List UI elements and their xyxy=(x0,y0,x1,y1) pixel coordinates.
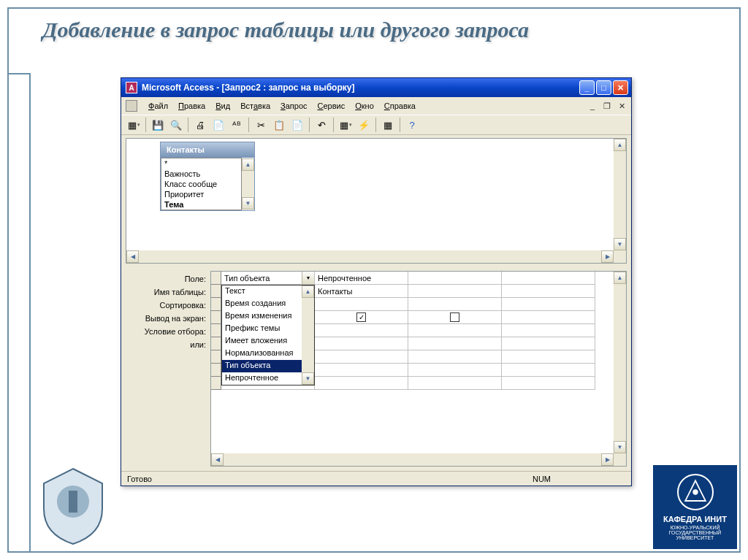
run-button[interactable]: ⚡ xyxy=(356,117,372,133)
dropdown-scrollbar[interactable]: ▲ ▼ xyxy=(302,285,314,385)
scroll-down-icon[interactable]: ▼ xyxy=(302,372,314,385)
table-field[interactable]: Важность xyxy=(161,169,241,179)
qbe-sort-cell[interactable] xyxy=(502,298,595,311)
qbe-cell[interactable] xyxy=(408,377,502,390)
scroll-up-icon[interactable]: ▲ xyxy=(242,158,254,171)
qbe-rowhead[interactable] xyxy=(211,324,221,337)
qbe-criteria-cell[interactable] xyxy=(315,324,408,337)
qbe-cell[interactable] xyxy=(315,364,408,377)
dropdown-item[interactable]: Непрочтенное xyxy=(222,372,302,385)
querytype-button[interactable]: ▦▾ xyxy=(337,117,354,133)
menu-query[interactable]: Запрос xyxy=(275,100,312,112)
dropdown-item[interactable]: Время изменения xyxy=(222,310,302,323)
close-button[interactable]: ✕ xyxy=(613,80,628,95)
print-button[interactable]: 🖨 xyxy=(192,117,208,133)
mdi-restore[interactable]: ❐ xyxy=(602,101,612,111)
qbe-rowhead[interactable] xyxy=(211,337,221,350)
table-box-contacts[interactable]: Контакты * Важность Класс сообще Приорит… xyxy=(160,142,255,211)
dropdown-item[interactable]: Тип объекта xyxy=(222,360,302,372)
qbe-scrollbar-h[interactable]: ◀ ▶ xyxy=(211,453,614,466)
menu-view[interactable]: Вид xyxy=(210,100,235,112)
scroll-down-icon[interactable]: ▼ xyxy=(614,238,626,250)
paste-button[interactable]: 📄 xyxy=(289,117,305,133)
qbe-field-cell[interactable] xyxy=(408,272,502,285)
dropdown-item[interactable]: Имеет вложения xyxy=(222,335,302,348)
table-field-list[interactable]: * Важность Класс сообще Приоритет Тема xyxy=(161,158,242,210)
scroll-right-icon[interactable]: ▶ xyxy=(601,250,614,263)
search-button[interactable]: 🔍 xyxy=(168,117,184,133)
scroll-up-icon[interactable]: ▲ xyxy=(614,139,626,151)
maximize-button[interactable]: □ xyxy=(596,80,611,95)
qbe-table-cell[interactable] xyxy=(502,285,595,298)
help-button[interactable]: ? xyxy=(404,117,420,133)
qbe-or-cell[interactable] xyxy=(315,337,408,350)
qbe-criteria-cell[interactable] xyxy=(408,324,502,337)
scroll-right-icon[interactable]: ▶ xyxy=(601,453,614,466)
qbe-field-cell[interactable] xyxy=(502,272,595,285)
showtable-button[interactable]: ▦ xyxy=(380,117,396,133)
spell-button[interactable]: ᴬᴮ xyxy=(229,117,245,133)
qbe-rowhead[interactable] xyxy=(211,377,221,390)
qbe-field-cell[interactable]: Непрочтенное xyxy=(315,272,408,285)
qbe-criteria-cell[interactable] xyxy=(502,324,595,337)
qbe-table-cell[interactable] xyxy=(408,285,502,298)
qbe-rowhead[interactable] xyxy=(211,364,221,377)
preview-button[interactable]: 📄 xyxy=(210,117,226,133)
view-button[interactable]: ▦▾ xyxy=(126,117,142,133)
qbe-cell[interactable] xyxy=(408,364,502,377)
table-field[interactable]: * xyxy=(161,158,241,169)
qbe-rowhead[interactable] xyxy=(211,272,221,285)
qbe-field-cell-active[interactable]: Тип объекта ▼ xyxy=(221,272,315,285)
qbe-rowhead[interactable] xyxy=(211,311,221,324)
qbe-cell[interactable] xyxy=(315,350,408,364)
qbe-rowhead[interactable] xyxy=(211,298,221,311)
dropdown-item[interactable]: Префикс темы xyxy=(222,323,302,335)
qbe-or-cell[interactable] xyxy=(408,337,502,350)
dropdown-item[interactable]: Нормализованная xyxy=(222,348,302,360)
menu-window[interactable]: Окно xyxy=(350,100,379,112)
qbe-show-cell[interactable] xyxy=(502,311,595,324)
table-field[interactable]: Тема xyxy=(161,199,241,210)
copy-button[interactable]: 📋 xyxy=(271,117,287,133)
qbe-cell[interactable] xyxy=(408,350,502,364)
minimize-button[interactable]: _ xyxy=(579,80,595,95)
mdi-close[interactable]: ✕ xyxy=(617,101,627,111)
menu-file[interactable]: Файл xyxy=(143,100,173,112)
qbe-show-cell[interactable]: ✓ xyxy=(315,311,408,324)
scroll-up-icon[interactable]: ▲ xyxy=(614,272,626,284)
menu-help[interactable]: Справка xyxy=(379,100,421,112)
scroll-down-icon[interactable]: ▼ xyxy=(614,441,626,453)
table-field[interactable]: Приоритет xyxy=(161,189,241,199)
dropdown-button-icon[interactable]: ▼ xyxy=(302,272,314,284)
qbe-rowhead[interactable] xyxy=(211,350,221,364)
qbe-show-cell[interactable] xyxy=(408,311,502,324)
undo-button[interactable]: ↶ xyxy=(313,117,329,133)
qbe-grid[interactable]: Тип объекта ▼ Непрочтенное Контакты xyxy=(210,271,627,467)
save-button[interactable]: 💾 xyxy=(150,117,166,133)
table-box-scrollbar[interactable]: ▲ ▼ xyxy=(242,158,254,210)
mdi-minimize[interactable]: _ xyxy=(587,101,598,111)
table-field[interactable]: Класс сообще xyxy=(161,179,241,189)
menu-tools[interactable]: Сервис xyxy=(313,100,351,112)
scroll-left-icon[interactable]: ◀ xyxy=(126,250,139,263)
qbe-scrollbar-v[interactable]: ▲ ▼ xyxy=(614,272,626,453)
cut-button[interactable]: ✂ xyxy=(253,117,269,133)
qbe-or-cell[interactable] xyxy=(502,337,595,350)
scroll-down-icon[interactable]: ▼ xyxy=(242,197,254,210)
qbe-sort-cell[interactable] xyxy=(315,298,408,311)
checkbox-unchecked-icon[interactable] xyxy=(450,312,459,322)
titlebar[interactable]: A Microsoft Access - [Запрос2 : запрос н… xyxy=(121,78,631,97)
qbe-table-cell[interactable]: Контакты xyxy=(315,285,408,298)
qbe-cell[interactable] xyxy=(502,350,595,364)
menu-insert[interactable]: Вставка xyxy=(235,100,275,112)
qbe-cell[interactable] xyxy=(315,377,408,390)
dropdown-item[interactable]: Время создания xyxy=(222,298,302,310)
qbe-rowhead[interactable] xyxy=(211,285,221,298)
pane-scrollbar-v[interactable]: ▲ ▼ xyxy=(614,139,626,250)
database-icon[interactable] xyxy=(126,100,137,112)
qbe-cell[interactable] xyxy=(502,377,595,390)
scroll-up-icon[interactable]: ▲ xyxy=(302,285,314,298)
field-dropdown[interactable]: ТекстВремя созданияВремя измененияПрефик… xyxy=(221,285,315,386)
dropdown-item[interactable]: Текст xyxy=(222,285,302,298)
qbe-sort-cell[interactable] xyxy=(408,298,502,311)
